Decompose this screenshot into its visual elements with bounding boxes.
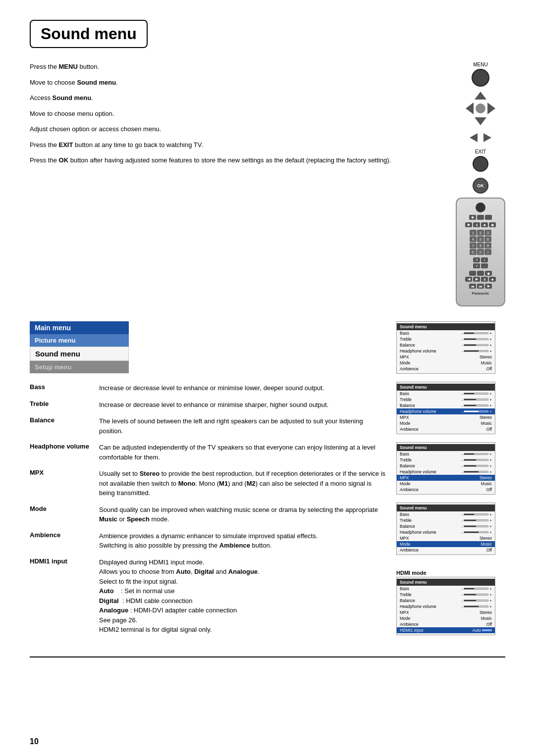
sound-panel-4: Sound menu Bass -+ Treble -+ Balance -+ … (396, 503, 495, 555)
sound-panel-3: Sound menu Bass -+ Treble -+ Balance -+ … (396, 442, 495, 495)
mode-term: Mode (30, 505, 99, 512)
adjust-left-icon[interactable] (469, 132, 480, 143)
hdmi1-desc: Displayed during HDMI1 input mode. Allow… (99, 557, 386, 635)
bottom-rule (30, 656, 505, 657)
treble-term: Treble (30, 400, 99, 407)
mode-desc: Sound quality can be improved when watch… (99, 505, 386, 524)
nav-right-icon[interactable] (486, 101, 496, 115)
instruction-7: Press the OK button after having adjuste… (30, 155, 446, 165)
ambience-term: Ambience (30, 531, 99, 539)
panel-1-wrapper: Sound menu Bass -+ Treble -+ Balance -+ … (396, 321, 505, 374)
setup-menu-item: Setup menu (30, 361, 129, 373)
mpx-term: MPX (30, 469, 99, 476)
nav-down-icon[interactable] (474, 116, 487, 126)
ambience-desc: Ambience provides a dynamic enhancer to … (99, 531, 386, 551)
balance-row: Balance The levels of sound between the … (30, 416, 386, 436)
adjust-right-icon[interactable] (482, 132, 492, 143)
instruction-3: Access Sound menu. (30, 93, 446, 103)
sound-panel-1: Sound menu Bass -+ Treble -+ Balance -+ … (396, 321, 495, 374)
remote-image: ◉ ▶ ⏸ ■ ⏺ 123 456 789 C0i ∧ + ∨ (456, 198, 505, 306)
main-menu-display: Main menu Picture menu Sound menu Setup … (30, 321, 129, 373)
panel-2-wrapper: Sound menu Bass -+ Treble -+ Balance -+ … (396, 382, 505, 434)
menu-button[interactable] (472, 69, 489, 87)
sound-panel-5: Sound menu Bass -+ Treble -+ Balance -+ … (396, 577, 495, 635)
menu-label: MENU (473, 62, 487, 67)
balance-term: Balance (30, 416, 99, 424)
hdmi1-term: HDMI1 input (30, 557, 99, 565)
svg-marker-3 (475, 117, 486, 125)
hdmi1-row: HDMI1 input Displayed during HDMI1 input… (30, 557, 386, 635)
nav-left-icon[interactable] (465, 101, 475, 115)
main-menu-item: Main menu (30, 321, 129, 334)
ok-button[interactable]: OK (473, 178, 488, 194)
ambience-row: Ambience Ambience provides a dynamic enh… (30, 531, 386, 551)
svg-marker-5 (483, 133, 491, 142)
treble-row: Treble Increase or decrease level to enh… (30, 400, 386, 410)
hdmi-mode-label: HDMI mode (396, 570, 505, 576)
sound-panel-2: Sound menu Bass -+ Treble -+ Balance -+ … (396, 382, 495, 434)
instruction-5: Adjust chosen option or access chosen me… (30, 124, 446, 134)
page-number: 10 (30, 737, 39, 746)
bass-row: Bass Increase or decrease level to enhan… (30, 383, 386, 393)
panel-5-wrapper: HDMI mode Sound menu Bass -+ Treble -+ B… (396, 570, 505, 635)
mpx-row: MPX Usually set to Stereo to provide the… (30, 469, 386, 498)
balance-desc: The levels of sound between the left and… (99, 416, 386, 436)
mpx-desc: Usually set to Stereo to provide the bes… (99, 469, 386, 498)
exit-label: EXIT (475, 149, 486, 154)
panel-4-wrapper: Sound menu Bass -+ Treble -+ Balance -+ … (396, 503, 505, 555)
right-panels: Sound menu Bass -+ Treble -+ Balance -+ … (396, 321, 505, 642)
headphone-term: Headphone volume (30, 443, 99, 450)
instructions-section: Press the MENU button. Move to choose So… (30, 62, 446, 306)
page-title: Sound menu (30, 20, 148, 48)
main-content: Main menu Picture menu Sound menu Setup … (30, 321, 505, 642)
headphone-row: Headphone volume Can be adjusted indepen… (30, 443, 386, 462)
instruction-4: Move to choose menu option. (30, 109, 446, 119)
bass-desc: Increase or decrease level to enhance or… (99, 383, 386, 393)
nav-up-cluster (465, 91, 496, 126)
headphone-desc: Can be adjusted independently of the TV … (99, 443, 386, 462)
instruction-1: Press the MENU button. (30, 62, 446, 72)
remote-area: MENU EXIT OK (456, 62, 505, 306)
picture-menu-item: Picture menu (30, 334, 129, 347)
sound-menu-item: Sound menu (30, 347, 129, 361)
treble-desc: Increase or decrease level to enhance or… (99, 400, 386, 410)
svg-marker-1 (466, 102, 474, 114)
exit-button[interactable] (473, 156, 488, 172)
mode-row: Mode Sound quality can be improved when … (30, 505, 386, 524)
panel-3-wrapper: Sound menu Bass -+ Treble -+ Balance -+ … (396, 442, 505, 495)
instruction-2: Move to choose Sound menu. (30, 78, 446, 88)
svg-marker-2 (487, 102, 495, 114)
bass-term: Bass (30, 383, 99, 391)
nav-center[interactable] (476, 103, 485, 113)
svg-marker-4 (470, 133, 478, 142)
nav-up-icon[interactable] (474, 91, 487, 101)
instruction-6: Press the EXIT button at any time to go … (30, 140, 446, 150)
svg-marker-0 (475, 92, 486, 100)
